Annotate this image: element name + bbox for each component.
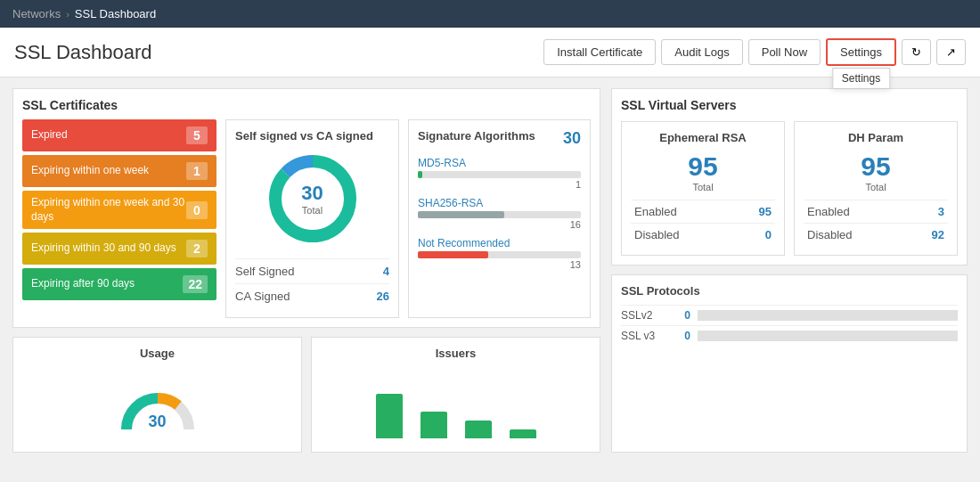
dh-param-total: 95 <box>804 151 948 182</box>
issuers-panel: Issuers <box>311 337 600 453</box>
protocol-sslv3-val: 0 <box>673 330 690 342</box>
status-one-week-30-count: 0 <box>186 201 208 219</box>
dh-param-disabled-val: 92 <box>932 228 944 241</box>
signed-title: Self signed vs CA signed <box>235 129 389 143</box>
self-signed-label: Self Signed <box>235 265 295 278</box>
sig-not-recommended-track <box>418 251 581 258</box>
dh-param-disabled-label: Disabled <box>807 228 853 241</box>
status-expired[interactable]: Expired 5 <box>22 119 216 151</box>
ephemeral-rsa-disabled: Disabled 0 <box>631 223 775 246</box>
topnav: Networks › SSL Dashboard <box>0 0 980 28</box>
usage-chart: 30 <box>22 367 292 438</box>
donut-wrapper: 30 Total <box>235 150 389 248</box>
sig-header: Signature Algorithms 30 <box>418 129 581 148</box>
settings-button[interactable]: Settings <box>826 38 896 66</box>
issuers-chart <box>321 367 591 438</box>
ephemeral-rsa-enabled: Enabled 95 <box>631 200 775 223</box>
sig-sha256-count: 16 <box>418 219 581 230</box>
left-panel: SSL Certificates Expired 5 Expiring with… <box>12 88 600 453</box>
status-30-90-label: Expiring within 30 and 90 days <box>31 241 176 256</box>
header-actions: Install Certificate Audit Logs Poll Now … <box>543 38 966 66</box>
status-expired-count: 5 <box>186 127 208 144</box>
ssl-protocols-title: SSL Protocols <box>621 284 958 298</box>
dh-param-disabled: Disabled 92 <box>804 223 948 246</box>
ephemeral-rsa-total: 95 <box>631 151 775 182</box>
usage-title: Usage <box>22 347 292 360</box>
sig-sha256-fill <box>418 211 504 218</box>
ssl-certs-inner: Expired 5 Expiring within one week 1 Exp… <box>22 119 591 318</box>
protocol-sslv2-track <box>698 310 958 321</box>
dh-param-title: DH Param <box>804 131 948 144</box>
ssl-certificates-section: SSL Certificates Expired 5 Expiring with… <box>12 88 600 328</box>
self-signed-val: 4 <box>383 265 389 278</box>
dh-param-enabled: Enabled 3 <box>804 200 948 223</box>
breadcrumb-separator: › <box>66 9 69 20</box>
status-after-90-label: Expiring after 90 days <box>31 277 135 291</box>
protocol-sslv2-name: SSLv2 <box>621 309 666 322</box>
signature-algorithms-section: Signature Algorithms 30 MD5-RSA 1 SHA256… <box>408 119 591 318</box>
ephemeral-rsa-title: Ephemeral RSA <box>631 131 775 144</box>
issuer-bar-2 <box>421 412 447 438</box>
issuer-bar-3 <box>465 421 492 438</box>
status-after-90[interactable]: Expiring after 90 days 22 <box>22 268 216 300</box>
ssl-protocols-section: SSL Protocols SSLv2 0 SSL v3 0 <box>611 274 968 453</box>
sig-title: Signature Algorithms <box>418 129 535 144</box>
status-30-90[interactable]: Expiring within 30 and 90 days 2 <box>22 233 216 265</box>
status-30-90-count: 2 <box>186 240 208 257</box>
poll-now-button[interactable]: Poll Now <box>748 39 821 65</box>
sig-sha256-label[interactable]: SHA256-RSA <box>418 197 581 209</box>
ephemeral-rsa-disabled-label: Disabled <box>634 228 680 241</box>
sig-total: 30 <box>563 129 581 148</box>
status-after-90-count: 22 <box>183 275 208 293</box>
ephemeral-rsa-enabled-val: 95 <box>759 205 772 218</box>
ssl-virtual-servers-section: SSL Virtual Servers Ephemeral RSA 95 Tot… <box>611 88 968 266</box>
protocol-sslv3: SSL v3 0 <box>621 325 958 346</box>
breadcrumb-networks[interactable]: Networks <box>12 7 61 20</box>
right-panel: SSL Virtual Servers Ephemeral RSA 95 Tot… <box>611 88 968 453</box>
dh-param-enabled-val: 3 <box>938 205 944 218</box>
ssl-virtual-servers-title: SSL Virtual Servers <box>621 98 958 112</box>
status-one-week-30[interactable]: Expiring within one week and 30 days 0 <box>22 191 216 229</box>
bottom-panels: Usage 30 Issuers <box>12 337 600 453</box>
usage-panel: Usage 30 <box>12 337 302 453</box>
refresh-button[interactable]: ↻ <box>902 39 931 65</box>
dh-param-total-label: Total <box>804 182 948 192</box>
protocol-sslv2: SSLv2 0 <box>621 305 958 325</box>
sig-not-recommended-label[interactable]: Not Recommended <box>418 237 581 249</box>
audit-logs-button[interactable]: Audit Logs <box>661 39 742 65</box>
dh-param-card: DH Param 95 Total Enabled 3 Disabled 92 <box>794 121 958 256</box>
status-one-week-count: 1 <box>186 162 208 180</box>
sig-bar-md5: MD5-RSA 1 <box>418 157 581 190</box>
status-list: Expired 5 Expiring within one week 1 Exp… <box>22 119 216 318</box>
settings-tooltip: Settings <box>832 68 890 89</box>
ca-signed-val: 26 <box>377 290 389 303</box>
sig-md5-fill <box>418 171 422 178</box>
issuer-bar-1 <box>376 394 403 438</box>
ca-signed-label: CA Signed <box>235 290 290 303</box>
protocol-sslv2-val: 0 <box>673 309 690 322</box>
sig-md5-track <box>418 171 581 178</box>
page-title: SSL Dashboard <box>14 41 152 64</box>
vservers-grid: Ephemeral RSA 95 Total Enabled 95 Disabl… <box>621 121 958 256</box>
status-expired-label: Expired <box>31 128 68 143</box>
status-one-week[interactable]: Expiring within one week 1 <box>22 155 216 187</box>
ssl-certificates-title: SSL Certificates <box>22 98 591 112</box>
export-button[interactable]: ↗ <box>936 39 966 65</box>
self-signed-row: Self Signed 4 <box>235 258 389 283</box>
dh-param-enabled-label: Enabled <box>807 205 850 218</box>
sig-md5-label[interactable]: MD5-RSA <box>418 157 581 169</box>
install-certificate-button[interactable]: Install Certificate <box>543 39 656 65</box>
usage-number: 30 <box>148 413 166 431</box>
issuers-title: Issuers <box>321 347 591 360</box>
sig-not-recommended-count: 13 <box>418 259 581 270</box>
main-content: SSL Certificates Expired 5 Expiring with… <box>0 78 980 463</box>
ca-signed-row: CA Signed 26 <box>235 283 389 308</box>
sig-bar-not-recommended: Not Recommended 13 <box>418 237 581 270</box>
settings-wrapper: Settings Settings <box>826 38 896 66</box>
ephemeral-rsa-enabled-label: Enabled <box>634 205 677 218</box>
protocol-sslv3-track <box>698 331 958 341</box>
ephemeral-rsa-disabled-val: 0 <box>765 228 772 241</box>
page-header: SSL Dashboard Install Certificate Audit … <box>0 28 980 78</box>
status-one-week-label: Expiring within one week <box>31 164 149 178</box>
sig-not-recommended-fill <box>418 251 488 258</box>
